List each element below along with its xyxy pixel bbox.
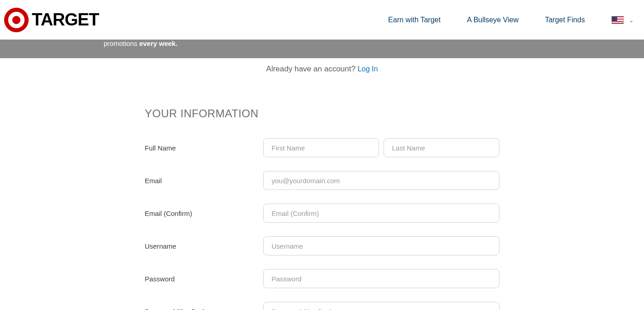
- banner-text-thin: promotions: [104, 40, 139, 47]
- site-header: TARGET Earn with Target A Bullseye View …: [0, 0, 644, 40]
- nav-target-finds[interactable]: Target Finds: [545, 16, 585, 24]
- nav-bullseye-view[interactable]: A Bullseye View: [467, 16, 519, 24]
- row-email-confirm: Email (Confirm): [145, 204, 499, 223]
- primary-nav: Earn with Target A Bullseye View Target …: [388, 16, 640, 24]
- label-password-confirm: Password (Confirm): [145, 308, 263, 310]
- password-input[interactable]: [263, 269, 499, 288]
- label-email: Email: [145, 177, 263, 185]
- label-username: Username: [145, 242, 263, 250]
- login-prompt-text: Already have an account?: [266, 65, 358, 73]
- label-password: Password: [145, 275, 263, 283]
- signup-form: YOUR INFORMATION Full Name Email Email (…: [145, 74, 499, 310]
- row-full-name: Full Name: [145, 138, 499, 157]
- label-email-confirm: Email (Confirm): [145, 210, 263, 217]
- locale-selector[interactable]: ⌄: [611, 16, 634, 24]
- first-name-input[interactable]: [263, 138, 379, 157]
- svg-point-2: [12, 16, 20, 24]
- password-confirm-input[interactable]: [263, 302, 499, 310]
- last-name-input[interactable]: [384, 138, 499, 157]
- nav-earn[interactable]: Earn with Target: [388, 16, 440, 24]
- row-password-confirm: Password (Confirm): [145, 302, 499, 310]
- bullseye-icon: [4, 7, 29, 33]
- row-username: Username: [145, 236, 499, 255]
- section-title: YOUR INFORMATION: [145, 107, 499, 120]
- email-input[interactable]: [263, 171, 499, 190]
- label-full-name: Full Name: [145, 144, 263, 152]
- username-input[interactable]: [263, 236, 499, 255]
- login-prompt: Already have an account? Log In: [0, 65, 644, 74]
- email-confirm-input[interactable]: [263, 204, 499, 223]
- chevron-down-icon: ⌄: [629, 16, 634, 24]
- row-password: Password: [145, 269, 499, 288]
- promo-banner: promotions every week.: [0, 40, 644, 58]
- brand-text: TARGET: [32, 10, 99, 30]
- row-email: Email: [145, 171, 499, 190]
- brand-logo[interactable]: TARGET: [4, 7, 99, 33]
- login-link[interactable]: Log In: [358, 65, 378, 73]
- banner-text-bold: every week.: [139, 40, 177, 47]
- us-flag-icon: [611, 16, 624, 24]
